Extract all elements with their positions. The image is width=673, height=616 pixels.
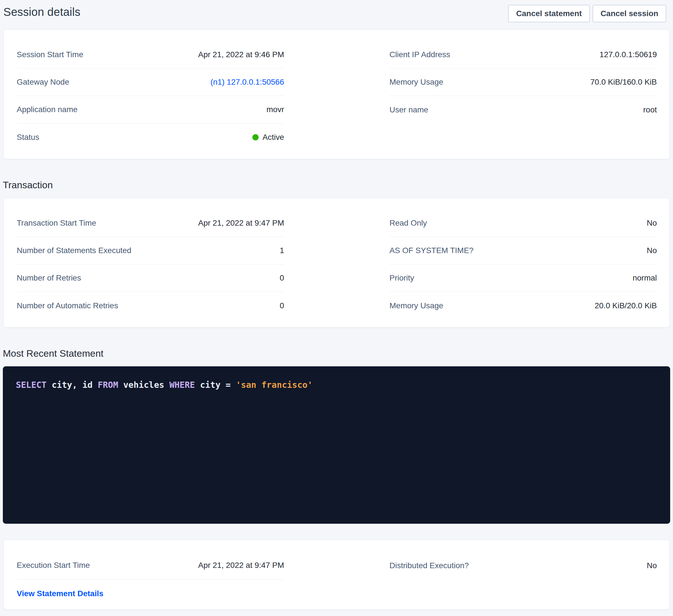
row-label: Read Only	[390, 219, 427, 228]
user-name-row: User nameroot	[390, 96, 657, 123]
session-start-time-row: Session Start TimeApr 21, 2022 at 9:46 P…	[17, 41, 284, 68]
row-value: 0	[279, 301, 284, 310]
row-value: No	[647, 219, 657, 228]
row-value: movr	[266, 105, 284, 114]
client-ip-row: Client IP Address127.0.0.1:50619	[390, 41, 657, 68]
row-label: Execution Start Time	[17, 561, 90, 570]
cancel-statement-button[interactable]: Cancel statement	[508, 5, 590, 22]
row-value: 0	[279, 274, 284, 283]
sql-token-keyword: FROM	[98, 380, 118, 390]
most-recent-statement-heading: Most Recent Statement	[3, 348, 673, 359]
row-label: Number of Statements Executed	[17, 246, 132, 255]
session-summary-right-column: Client IP Address127.0.0.1:50619Memory U…	[390, 41, 657, 151]
sql-token-plain: vehicles	[118, 380, 169, 390]
sql-token-keyword: SELECT	[16, 380, 46, 390]
execution-left-column: Execution Start TimeApr 21, 2022 at 9:47…	[17, 552, 284, 608]
read-only-row: Read OnlyNo	[390, 210, 657, 237]
priority-row: Prioritynormal	[390, 264, 657, 292]
row-label: Transaction Start Time	[17, 219, 96, 228]
page-header: Session details Cancel statement Cancel …	[0, 0, 673, 29]
transaction-left-column: Transaction Start TimeApr 21, 2022 at 9:…	[17, 210, 284, 319]
row-value: root	[643, 105, 657, 114]
statements-executed-row: Number of Statements Executed1	[17, 237, 284, 264]
row-label: Number of Retries	[17, 274, 81, 283]
row-label: Priority	[390, 274, 414, 283]
execution-right-column: Distributed Execution?No	[390, 552, 657, 608]
view-statement-details-link[interactable]: View Statement Details	[17, 589, 103, 598]
row-value: 1	[279, 246, 284, 255]
sql-token-plain: city, id	[46, 380, 98, 390]
transaction-card: Transaction Start TimeApr 21, 2022 at 9:…	[3, 198, 670, 328]
row-label: Number of Automatic Retries	[17, 301, 118, 310]
row-label: Session Start Time	[17, 50, 83, 59]
row-value: No	[647, 246, 657, 255]
status-active-dot-icon	[252, 134, 259, 140]
row-value: 70.0 KiB/160.0 KiB	[590, 77, 657, 87]
session-status-badge: Active	[252, 133, 284, 142]
row-label: Client IP Address	[390, 50, 450, 59]
row-label: Memory Usage	[390, 301, 443, 310]
status-text: Active	[263, 133, 284, 142]
row-value: normal	[633, 274, 657, 283]
row-value: Apr 21, 2022 at 9:46 PM	[198, 50, 284, 59]
row-label: Gateway Node	[17, 77, 69, 87]
automatic-retries-row: Number of Automatic Retries0	[17, 292, 284, 319]
transaction-memory-usage-row: Memory Usage20.0 KiB/20.0 KiB	[390, 292, 657, 319]
as-of-system-time-row: AS OF SYSTEM TIME?No	[390, 237, 657, 264]
status-row: StatusActive	[17, 123, 284, 151]
sql-token-plain: city =	[195, 380, 236, 390]
row-value: No	[647, 561, 657, 570]
header-actions: Cancel statement Cancel session	[508, 5, 666, 22]
sql-statement-box: SELECT city, id FROM vehicles WHERE city…	[3, 366, 670, 524]
execution-start-time-row: Execution Start TimeApr 21, 2022 at 9:47…	[17, 552, 284, 580]
session-memory-usage-row: Memory Usage70.0 KiB/160.0 KiB	[390, 68, 657, 96]
retries-row: Number of Retries0	[17, 264, 284, 292]
transaction-right-column: Read OnlyNoAS OF SYSTEM TIME?NoPriorityn…	[390, 210, 657, 319]
gateway-node-row: Gateway Node(n1) 127.0.0.1:50566	[17, 68, 284, 96]
row-value: 127.0.0.1:50619	[600, 50, 657, 59]
session-summary-left-column: Session Start TimeApr 21, 2022 at 9:46 P…	[17, 41, 284, 151]
transaction-heading: Transaction	[3, 180, 673, 191]
row-label: Status	[17, 133, 39, 142]
row-label: User name	[390, 105, 428, 114]
row-value: 20.0 KiB/20.0 KiB	[595, 301, 657, 310]
gateway-node-link[interactable]: (n1) 127.0.0.1:50566	[210, 77, 284, 87]
row-label: Memory Usage	[390, 77, 443, 87]
row-value: Apr 21, 2022 at 9:47 PM	[198, 561, 284, 570]
sql-token-keyword: WHERE	[169, 380, 195, 390]
row-label: AS OF SYSTEM TIME?	[390, 246, 474, 255]
row-value: Apr 21, 2022 at 9:47 PM	[198, 219, 284, 228]
view-statement-details-link: View Statement Details	[17, 580, 284, 608]
session-summary-card: Session Start TimeApr 21, 2022 at 9:46 P…	[3, 29, 670, 159]
sql-statement: SELECT city, id FROM vehicles WHERE city…	[16, 379, 659, 391]
sql-token-string: 'san francisco'	[236, 380, 313, 390]
distributed-execution-row: Distributed Execution?No	[390, 552, 657, 580]
row-label: Application name	[17, 105, 77, 114]
cancel-session-button[interactable]: Cancel session	[593, 5, 666, 22]
row-label: Distributed Execution?	[390, 561, 469, 570]
page-title: Session details	[3, 6, 80, 18]
transaction-start-time-row: Transaction Start TimeApr 21, 2022 at 9:…	[17, 210, 284, 237]
execution-card: Execution Start TimeApr 21, 2022 at 9:47…	[3, 540, 670, 609]
session-details-page: Session details Cancel statement Cancel …	[0, 0, 673, 616]
application-name-row: Application namemovr	[17, 96, 284, 123]
